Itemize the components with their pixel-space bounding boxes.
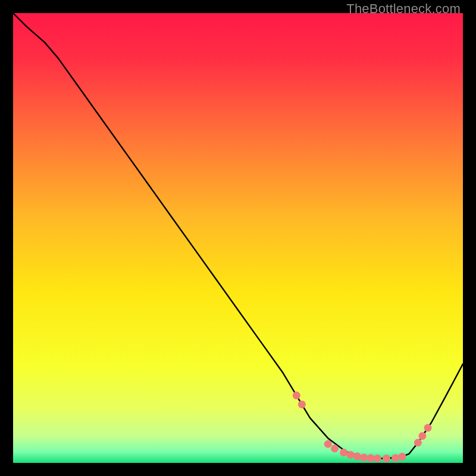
bottleneck-chart: [13, 13, 463, 463]
marker-point: [324, 440, 332, 448]
marker-point: [360, 453, 368, 461]
marker-point: [367, 454, 375, 462]
marker-point: [383, 455, 390, 462]
chart-frame: [13, 13, 463, 463]
marker-point: [414, 439, 422, 446]
marker-point: [374, 455, 381, 462]
marker-point: [418, 432, 426, 440]
marker-point: [424, 424, 432, 432]
marker-point: [293, 392, 300, 399]
gradient-fill: [13, 13, 463, 463]
marker-point: [392, 454, 399, 462]
watermark-text: TheBottleneck.com: [346, 1, 461, 17]
marker-point: [347, 451, 355, 459]
marker-point: [331, 444, 339, 452]
marker-point: [398, 453, 406, 461]
marker-point: [340, 449, 347, 456]
marker-point: [298, 400, 306, 408]
marker-point: [353, 453, 361, 461]
